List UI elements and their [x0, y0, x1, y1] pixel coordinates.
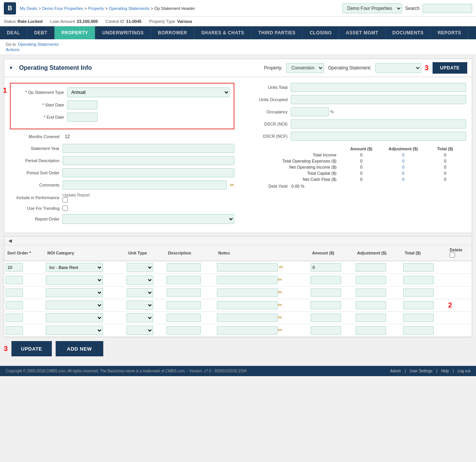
- notes-input[interactable]: [217, 326, 278, 335]
- adjustment-input[interactable]: [356, 326, 386, 335]
- net-operating-income-adjustment[interactable]: 0: [382, 165, 424, 169]
- unit-type-select[interactable]: [127, 263, 153, 272]
- nav-property[interactable]: PROPERTY: [54, 26, 95, 39]
- update-button-bottom[interactable]: UPDATE: [11, 341, 51, 356]
- nav-deal[interactable]: DEAL: [0, 26, 27, 39]
- breadcrumb-demo-four[interactable]: Demo Four Properties: [42, 6, 83, 11]
- notes-edit-icon[interactable]: ✏: [278, 289, 282, 295]
- notes-input[interactable]: [217, 276, 278, 284]
- adjustment-input[interactable]: [356, 288, 386, 297]
- description-input[interactable]: [167, 314, 201, 322]
- sort-order-input[interactable]: [6, 276, 23, 284]
- property-select-field[interactable]: Conversion: [286, 63, 324, 73]
- statement-year-input[interactable]: [63, 144, 234, 153]
- dscr-ncf-input[interactable]: [291, 132, 466, 141]
- adjustment-input[interactable]: [356, 314, 386, 322]
- total-income-adjustment[interactable]: 0: [382, 153, 424, 157]
- sort-order-input[interactable]: [6, 326, 23, 335]
- notes-edit-icon[interactable]: ✏: [278, 302, 282, 308]
- amount-input[interactable]: [311, 276, 341, 284]
- nav-reports[interactable]: REPORTS: [431, 26, 468, 39]
- adjustment-input[interactable]: [356, 301, 386, 309]
- end-date-input[interactable]: [67, 113, 98, 122]
- nav-debt[interactable]: DEBT: [27, 26, 55, 39]
- property-dropdown[interactable]: Demo Four Properties: [342, 3, 402, 13]
- units-occupied-input[interactable]: [291, 95, 466, 104]
- scroll-left-icon[interactable]: ◀: [7, 238, 13, 243]
- actions-link[interactable]: Actions: [6, 47, 19, 52]
- collapse-icon[interactable]: ▼: [9, 65, 13, 71]
- notes-edit-icon[interactable]: ✏: [279, 264, 284, 270]
- total-input[interactable]: [403, 301, 434, 309]
- goto-link[interactable]: Operating Statements: [18, 42, 59, 47]
- comments-input[interactable]: [63, 180, 227, 190]
- delete-all-checkbox[interactable]: [450, 252, 455, 258]
- notes-edit-icon[interactable]: ✏: [278, 277, 282, 283]
- update-button-top[interactable]: UPDATE: [433, 62, 467, 74]
- total-input[interactable]: [403, 314, 434, 322]
- op-statement-type-select[interactable]: Annual: [67, 87, 230, 97]
- total-input[interactable]: [403, 263, 434, 272]
- sort-order-input[interactable]: [6, 301, 23, 309]
- notes-input[interactable]: [217, 288, 278, 297]
- nav-documents[interactable]: DOCUMENTS: [386, 26, 431, 39]
- amount-input[interactable]: [311, 326, 341, 335]
- comments-edit-icon[interactable]: ✏: [230, 182, 234, 188]
- nav-third-parties[interactable]: THIRD PARTIES: [252, 26, 303, 39]
- total-input[interactable]: [403, 326, 434, 335]
- amount-input[interactable]: [311, 288, 341, 297]
- total-input[interactable]: [403, 276, 434, 284]
- net-cash-flow-adjustment[interactable]: 0: [382, 177, 424, 182]
- description-input[interactable]: [167, 263, 201, 272]
- adjustment-input[interactable]: [356, 263, 386, 272]
- amount-input[interactable]: [311, 263, 341, 272]
- period-description-input[interactable]: [63, 156, 234, 165]
- sort-order-input[interactable]: [6, 314, 23, 322]
- nav-underwritings[interactable]: UNDERWRITINGS: [95, 26, 151, 39]
- noi-category-select[interactable]: [46, 288, 103, 297]
- unit-type-select[interactable]: [127, 275, 153, 285]
- use-for-trending-checkbox[interactable]: [63, 206, 68, 211]
- breadcrumb-my-deals[interactable]: My Deals: [20, 6, 37, 11]
- include-in-performance-checkbox[interactable]: [63, 197, 68, 203]
- amount-input[interactable]: [311, 301, 341, 309]
- unit-type-select[interactable]: [127, 313, 153, 322]
- description-input[interactable]: [167, 288, 201, 297]
- sort-order-input[interactable]: [6, 288, 23, 297]
- unit-type-select[interactable]: [127, 288, 153, 297]
- report-order-select[interactable]: [63, 214, 234, 224]
- period-sort-order-input[interactable]: [63, 168, 234, 177]
- adjustment-input[interactable]: [356, 276, 386, 284]
- total-operating-expenses-adjustment[interactable]: 0: [382, 159, 424, 163]
- sort-order-input[interactable]: [6, 263, 23, 272]
- nav-asset-mgmt[interactable]: ASSET MGMT: [339, 26, 386, 39]
- operating-statement-select[interactable]: [375, 63, 421, 73]
- notes-input[interactable]: [217, 301, 278, 309]
- nav-shares-chats[interactable]: SHARES & CHATS: [194, 26, 252, 39]
- dscr-noi-input[interactable]: [291, 119, 466, 129]
- nav-closing[interactable]: CLOSING: [303, 26, 339, 39]
- amount-input[interactable]: [311, 314, 341, 322]
- start-date-input[interactable]: [67, 100, 98, 109]
- notes-edit-icon[interactable]: ✏: [278, 314, 282, 320]
- noi-category-select[interactable]: [46, 313, 103, 322]
- noi-category-select[interactable]: [46, 275, 103, 285]
- search-input[interactable]: [423, 4, 472, 13]
- notes-input[interactable]: [217, 263, 278, 272]
- noi-category-select[interactable]: [46, 301, 103, 310]
- footer-admin-link[interactable]: Admin: [390, 369, 401, 373]
- units-total-input[interactable]: [291, 83, 466, 92]
- description-input[interactable]: [167, 326, 201, 335]
- description-input[interactable]: [167, 276, 201, 284]
- unit-type-select[interactable]: [127, 301, 153, 310]
- total-input[interactable]: [403, 288, 434, 297]
- breadcrumb-operating-statements[interactable]: Operating Statements: [109, 6, 149, 11]
- nav-borrower[interactable]: BORROWER: [151, 26, 194, 39]
- footer-help-link[interactable]: Help: [441, 369, 449, 373]
- unit-type-select[interactable]: [127, 326, 153, 335]
- noi-category-select[interactable]: Inc - Base Rent: [46, 263, 103, 272]
- add-new-button[interactable]: ADD NEW: [56, 341, 104, 356]
- notes-input[interactable]: [217, 314, 278, 322]
- description-input[interactable]: [167, 301, 201, 309]
- footer-user-settings-link[interactable]: User Settings: [410, 369, 433, 373]
